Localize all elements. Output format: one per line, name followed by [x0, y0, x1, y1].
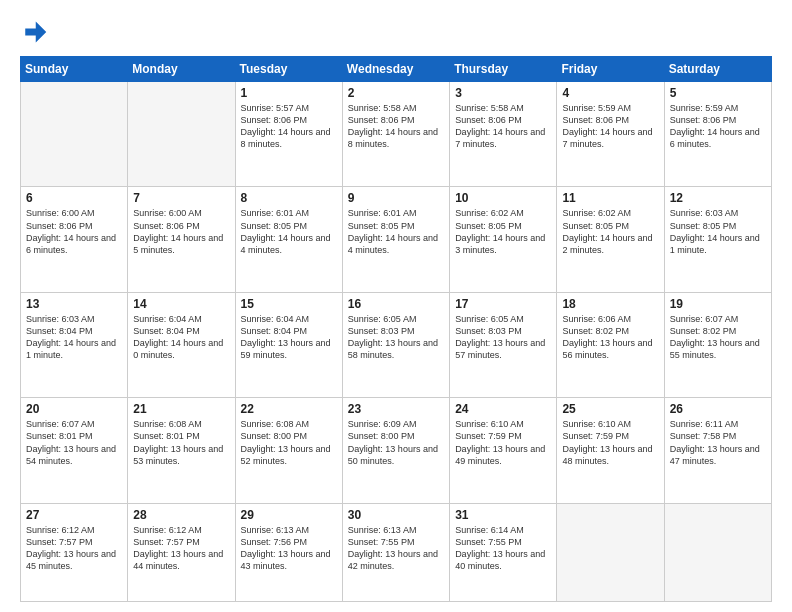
day-number: 28: [133, 508, 229, 522]
calendar-week-row: 20Sunrise: 6:07 AMSunset: 8:01 PMDayligh…: [21, 398, 772, 503]
day-number: 21: [133, 402, 229, 416]
cell-details: Sunrise: 6:07 AMSunset: 8:01 PMDaylight:…: [26, 418, 122, 467]
weekday-header: Thursday: [450, 57, 557, 82]
day-number: 12: [670, 191, 766, 205]
cell-details: Sunrise: 6:14 AMSunset: 7:55 PMDaylight:…: [455, 524, 551, 573]
day-number: 8: [241, 191, 337, 205]
cell-details: Sunrise: 6:00 AMSunset: 8:06 PMDaylight:…: [26, 207, 122, 256]
cell-details: Sunrise: 5:57 AMSunset: 8:06 PMDaylight:…: [241, 102, 337, 151]
cell-details: Sunrise: 6:01 AMSunset: 8:05 PMDaylight:…: [241, 207, 337, 256]
cell-details: Sunrise: 6:06 AMSunset: 8:02 PMDaylight:…: [562, 313, 658, 362]
day-number: 10: [455, 191, 551, 205]
day-number: 3: [455, 86, 551, 100]
logo: [20, 18, 52, 46]
page: SundayMondayTuesdayWednesdayThursdayFrid…: [0, 0, 792, 612]
day-number: 19: [670, 297, 766, 311]
calendar-cell: 10Sunrise: 6:02 AMSunset: 8:05 PMDayligh…: [450, 187, 557, 292]
cell-details: Sunrise: 6:03 AMSunset: 8:04 PMDaylight:…: [26, 313, 122, 362]
day-number: 31: [455, 508, 551, 522]
cell-details: Sunrise: 5:59 AMSunset: 8:06 PMDaylight:…: [670, 102, 766, 151]
calendar-cell: 3Sunrise: 5:58 AMSunset: 8:06 PMDaylight…: [450, 82, 557, 187]
day-number: 14: [133, 297, 229, 311]
calendar-cell: 12Sunrise: 6:03 AMSunset: 8:05 PMDayligh…: [664, 187, 771, 292]
calendar-cell: [664, 503, 771, 601]
cell-details: Sunrise: 5:58 AMSunset: 8:06 PMDaylight:…: [455, 102, 551, 151]
cell-details: Sunrise: 6:11 AMSunset: 7:58 PMDaylight:…: [670, 418, 766, 467]
calendar-cell: 29Sunrise: 6:13 AMSunset: 7:56 PMDayligh…: [235, 503, 342, 601]
cell-details: Sunrise: 5:59 AMSunset: 8:06 PMDaylight:…: [562, 102, 658, 151]
day-number: 18: [562, 297, 658, 311]
cell-details: Sunrise: 6:01 AMSunset: 8:05 PMDaylight:…: [348, 207, 444, 256]
cell-details: Sunrise: 6:13 AMSunset: 7:56 PMDaylight:…: [241, 524, 337, 573]
calendar-cell: 19Sunrise: 6:07 AMSunset: 8:02 PMDayligh…: [664, 292, 771, 397]
calendar-week-row: 6Sunrise: 6:00 AMSunset: 8:06 PMDaylight…: [21, 187, 772, 292]
cell-details: Sunrise: 6:05 AMSunset: 8:03 PMDaylight:…: [455, 313, 551, 362]
cell-details: Sunrise: 6:08 AMSunset: 8:01 PMDaylight:…: [133, 418, 229, 467]
calendar-cell: 26Sunrise: 6:11 AMSunset: 7:58 PMDayligh…: [664, 398, 771, 503]
day-number: 15: [241, 297, 337, 311]
calendar-header-row: SundayMondayTuesdayWednesdayThursdayFrid…: [21, 57, 772, 82]
day-number: 24: [455, 402, 551, 416]
calendar-cell: 9Sunrise: 6:01 AMSunset: 8:05 PMDaylight…: [342, 187, 449, 292]
day-number: 26: [670, 402, 766, 416]
calendar-cell: 28Sunrise: 6:12 AMSunset: 7:57 PMDayligh…: [128, 503, 235, 601]
calendar-cell: 22Sunrise: 6:08 AMSunset: 8:00 PMDayligh…: [235, 398, 342, 503]
weekday-header: Tuesday: [235, 57, 342, 82]
cell-details: Sunrise: 6:05 AMSunset: 8:03 PMDaylight:…: [348, 313, 444, 362]
cell-details: Sunrise: 6:02 AMSunset: 8:05 PMDaylight:…: [562, 207, 658, 256]
weekday-header: Wednesday: [342, 57, 449, 82]
cell-details: Sunrise: 6:07 AMSunset: 8:02 PMDaylight:…: [670, 313, 766, 362]
day-number: 17: [455, 297, 551, 311]
cell-details: Sunrise: 6:12 AMSunset: 7:57 PMDaylight:…: [133, 524, 229, 573]
calendar-week-row: 1Sunrise: 5:57 AMSunset: 8:06 PMDaylight…: [21, 82, 772, 187]
day-number: 4: [562, 86, 658, 100]
calendar-cell: [128, 82, 235, 187]
calendar-cell: 16Sunrise: 6:05 AMSunset: 8:03 PMDayligh…: [342, 292, 449, 397]
day-number: 25: [562, 402, 658, 416]
weekday-header: Saturday: [664, 57, 771, 82]
calendar-cell: 2Sunrise: 5:58 AMSunset: 8:06 PMDaylight…: [342, 82, 449, 187]
calendar-cell: 14Sunrise: 6:04 AMSunset: 8:04 PMDayligh…: [128, 292, 235, 397]
calendar-cell: 7Sunrise: 6:00 AMSunset: 8:06 PMDaylight…: [128, 187, 235, 292]
day-number: 1: [241, 86, 337, 100]
calendar-cell: [21, 82, 128, 187]
svg-marker-0: [25, 22, 46, 43]
day-number: 6: [26, 191, 122, 205]
logo-icon: [20, 18, 48, 46]
calendar-cell: 11Sunrise: 6:02 AMSunset: 8:05 PMDayligh…: [557, 187, 664, 292]
weekday-header: Monday: [128, 57, 235, 82]
calendar-cell: 6Sunrise: 6:00 AMSunset: 8:06 PMDaylight…: [21, 187, 128, 292]
cell-details: Sunrise: 6:12 AMSunset: 7:57 PMDaylight:…: [26, 524, 122, 573]
day-number: 11: [562, 191, 658, 205]
weekday-header: Friday: [557, 57, 664, 82]
calendar-cell: 17Sunrise: 6:05 AMSunset: 8:03 PMDayligh…: [450, 292, 557, 397]
cell-details: Sunrise: 6:03 AMSunset: 8:05 PMDaylight:…: [670, 207, 766, 256]
header: [20, 18, 772, 46]
cell-details: Sunrise: 6:02 AMSunset: 8:05 PMDaylight:…: [455, 207, 551, 256]
day-number: 29: [241, 508, 337, 522]
day-number: 27: [26, 508, 122, 522]
calendar-cell: 1Sunrise: 5:57 AMSunset: 8:06 PMDaylight…: [235, 82, 342, 187]
calendar-cell: 5Sunrise: 5:59 AMSunset: 8:06 PMDaylight…: [664, 82, 771, 187]
calendar-cell: 4Sunrise: 5:59 AMSunset: 8:06 PMDaylight…: [557, 82, 664, 187]
cell-details: Sunrise: 5:58 AMSunset: 8:06 PMDaylight:…: [348, 102, 444, 151]
calendar-cell: 23Sunrise: 6:09 AMSunset: 8:00 PMDayligh…: [342, 398, 449, 503]
cell-details: Sunrise: 6:04 AMSunset: 8:04 PMDaylight:…: [241, 313, 337, 362]
calendar-cell: [557, 503, 664, 601]
calendar-cell: 25Sunrise: 6:10 AMSunset: 7:59 PMDayligh…: [557, 398, 664, 503]
day-number: 30: [348, 508, 444, 522]
calendar-cell: 15Sunrise: 6:04 AMSunset: 8:04 PMDayligh…: [235, 292, 342, 397]
day-number: 16: [348, 297, 444, 311]
calendar-cell: 8Sunrise: 6:01 AMSunset: 8:05 PMDaylight…: [235, 187, 342, 292]
day-number: 7: [133, 191, 229, 205]
calendar-cell: 20Sunrise: 6:07 AMSunset: 8:01 PMDayligh…: [21, 398, 128, 503]
day-number: 9: [348, 191, 444, 205]
calendar-cell: 24Sunrise: 6:10 AMSunset: 7:59 PMDayligh…: [450, 398, 557, 503]
cell-details: Sunrise: 6:00 AMSunset: 8:06 PMDaylight:…: [133, 207, 229, 256]
calendar-table: SundayMondayTuesdayWednesdayThursdayFrid…: [20, 56, 772, 602]
calendar-cell: 31Sunrise: 6:14 AMSunset: 7:55 PMDayligh…: [450, 503, 557, 601]
day-number: 13: [26, 297, 122, 311]
weekday-header: Sunday: [21, 57, 128, 82]
cell-details: Sunrise: 6:13 AMSunset: 7:55 PMDaylight:…: [348, 524, 444, 573]
calendar-cell: 27Sunrise: 6:12 AMSunset: 7:57 PMDayligh…: [21, 503, 128, 601]
